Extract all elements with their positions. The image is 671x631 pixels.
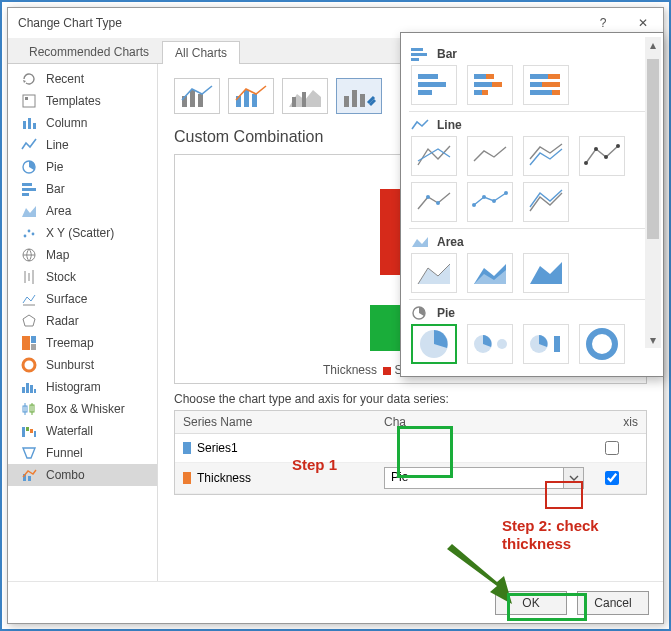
sidebar-item-stock[interactable]: Stock: [8, 266, 157, 288]
combo-subtype-custom[interactable]: [336, 78, 382, 114]
series-color-swatch: [183, 442, 191, 454]
svg-marker-81: [530, 262, 562, 284]
chart-type-combo-caret[interactable]: [563, 468, 583, 488]
dropdown-category-area: Area: [411, 235, 653, 249]
svg-rect-55: [474, 74, 486, 79]
svg-rect-7: [22, 188, 36, 191]
secondary-axis-cell: [584, 468, 638, 488]
svg-point-72: [436, 201, 440, 205]
combo-icon: [20, 467, 38, 483]
svg-rect-58: [492, 82, 502, 87]
sidebar-item-pie[interactable]: Pie: [8, 156, 157, 178]
sidebar-item-treemap[interactable]: Treemap: [8, 332, 157, 354]
bar-icon: [20, 181, 38, 197]
svg-rect-50: [411, 53, 427, 56]
svg-marker-9: [22, 206, 36, 217]
sidebar-item-combo[interactable]: Combo: [8, 464, 157, 486]
dropdown-opt-line-3[interactable]: [523, 136, 569, 176]
svg-rect-53: [418, 82, 446, 87]
secondary-axis-checkbox-series1[interactable]: [605, 441, 619, 455]
svg-marker-34: [23, 448, 35, 458]
map-icon: [20, 247, 38, 263]
svg-point-88: [589, 331, 615, 357]
svg-rect-52: [418, 74, 438, 79]
sidebar-item-radar[interactable]: Radar: [8, 310, 157, 332]
dropdown-opt-area-2[interactable]: [467, 253, 513, 293]
chart-type-combo-thickness[interactable]: Pie: [384, 467, 584, 489]
svg-rect-57: [474, 82, 492, 87]
dropdown-opt-line-4[interactable]: [579, 136, 625, 176]
sidebar-item-funnel[interactable]: Funnel: [8, 442, 157, 464]
svg-rect-3: [28, 118, 31, 129]
svg-rect-20: [31, 344, 36, 350]
svg-rect-0: [23, 95, 35, 107]
dropdown-opt-line-6[interactable]: [467, 182, 513, 222]
svg-marker-17: [23, 315, 35, 326]
sidebar-item-recent[interactable]: Recent: [8, 68, 157, 90]
combo-subtype-3[interactable]: [282, 78, 328, 114]
dropdown-opt-pie-basic[interactable]: [411, 324, 457, 364]
sidebar-item-waterfall[interactable]: Waterfall: [8, 420, 157, 442]
svg-point-69: [604, 155, 608, 159]
dropdown-opt-bar-clustered[interactable]: [411, 65, 457, 105]
area-icon: [411, 235, 429, 249]
sidebar-item-map[interactable]: Map: [8, 244, 157, 266]
svg-rect-64: [542, 82, 560, 87]
funnel-icon: [20, 445, 38, 461]
tab-recommended-charts[interactable]: Recommended Charts: [16, 40, 162, 63]
sidebar-item-sunburst[interactable]: Sunburst: [8, 354, 157, 376]
scroll-down-icon[interactable]: ▾: [645, 332, 661, 348]
tab-all-charts[interactable]: All Charts: [162, 41, 240, 64]
svg-rect-2: [23, 121, 26, 129]
dialog-title: Change Chart Type: [18, 16, 583, 30]
sidebar-item-boxwhisker[interactable]: Box & Whisker: [8, 398, 157, 420]
svg-rect-60: [482, 90, 488, 95]
sidebar-item-surface[interactable]: Surface: [8, 288, 157, 310]
combo-subtype-2[interactable]: [228, 78, 274, 114]
dropdown-opt-line-1[interactable]: [411, 136, 457, 176]
dropdown-scrollbar[interactable]: ▴ ▾: [645, 37, 661, 348]
svg-rect-31: [26, 427, 29, 431]
dropdown-category-bar: Bar: [411, 47, 653, 61]
svg-rect-8: [22, 193, 29, 196]
templates-icon: [20, 93, 38, 109]
dropdown-opt-area-3[interactable]: [523, 253, 569, 293]
dropdown-opt-line-7[interactable]: [523, 182, 569, 222]
sidebar-item-scatter[interactable]: X Y (Scatter): [8, 222, 157, 244]
cancel-button[interactable]: Cancel: [577, 591, 649, 615]
dropdown-opt-bar-100stacked[interactable]: [523, 65, 569, 105]
svg-rect-62: [548, 74, 560, 79]
sidebar-item-bar[interactable]: Bar: [8, 178, 157, 200]
sidebar-item-histogram[interactable]: Histogram: [8, 376, 157, 398]
dropdown-opt-bar-stacked[interactable]: [467, 65, 513, 105]
sidebar-item-column[interactable]: Column: [8, 112, 157, 134]
svg-rect-42: [252, 94, 257, 107]
combo-subtype-1[interactable]: [174, 78, 220, 114]
svg-rect-59: [474, 90, 482, 95]
sidebar-item-templates[interactable]: Templates: [8, 90, 157, 112]
sidebar-item-line[interactable]: Line: [8, 134, 157, 156]
dropdown-opt-pie-of-pie[interactable]: [467, 324, 513, 364]
dropdown-opt-bar-of-pie[interactable]: [523, 324, 569, 364]
dropdown-opt-doughnut[interactable]: [579, 324, 625, 364]
secondary-axis-checkbox-thickness[interactable]: [605, 471, 619, 485]
table-header: Series Name Cha xis: [175, 411, 646, 434]
sunburst-icon: [20, 357, 38, 373]
line-icon: [20, 137, 38, 153]
svg-point-71: [426, 195, 430, 199]
dropdown-opt-line-2[interactable]: [467, 136, 513, 176]
bar-icon: [411, 47, 429, 61]
svg-point-67: [584, 161, 588, 165]
ok-button[interactable]: OK: [495, 591, 567, 615]
preview-legend: Thickness S: [323, 363, 403, 377]
svg-point-73: [472, 203, 476, 207]
svg-rect-51: [411, 58, 419, 61]
svg-point-76: [504, 191, 508, 195]
sidebar-item-area[interactable]: Area: [8, 200, 157, 222]
dropdown-opt-area-1[interactable]: [411, 253, 457, 293]
dropdown-opt-line-5[interactable]: [411, 182, 457, 222]
col-secondary-axis: xis: [584, 415, 638, 429]
scroll-thumb[interactable]: [647, 59, 659, 239]
stock-icon: [20, 269, 38, 285]
scroll-up-icon[interactable]: ▴: [645, 37, 661, 53]
